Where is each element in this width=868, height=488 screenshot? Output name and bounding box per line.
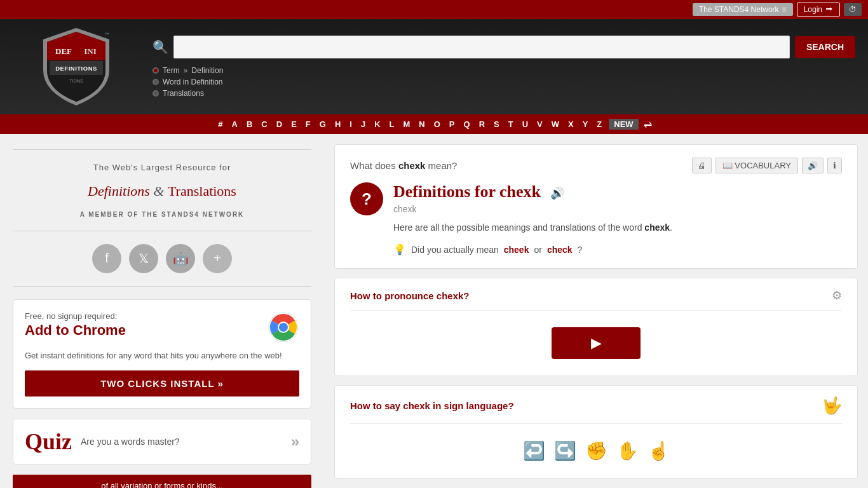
header: DEFINITIONS ™ DEF INI TIONS 🔍 chexk SEAR… [0,19,868,114]
sign-card: How to say chexk in sign language? 🤟 ↩️ … [334,385,858,478]
alpha-s[interactable]: S [492,119,501,130]
social-icons: f 𝕏 🤖 + [92,244,232,273]
bulb-icon: 💡 [393,243,406,255]
def-sound-icon[interactable]: 🔊 [550,187,564,200]
history-button[interactable]: ⏱ [844,3,862,16]
alpha-p[interactable]: P [447,119,457,130]
alpha-z[interactable]: Z [595,119,604,130]
play-button[interactable]: ▶ [552,327,641,359]
reddit-icon[interactable]: 🤖 [166,244,195,273]
def-icon: ? [350,182,383,215]
alpha-i[interactable]: I [348,119,354,130]
radio-word [153,79,159,85]
main: The Web's Largest Resource for Definitio… [0,134,868,488]
alpha-x[interactable]: X [566,119,576,130]
alpha-d[interactable]: D [275,119,284,130]
gear-icon[interactable]: ⚙ [832,288,842,302]
chrome-card-header: Free, no signup required: Add to Chrome [25,311,299,343]
chrome-free-label: Free, no signup required: [25,311,126,321]
sidebar-main-title: Definitions & Translations [88,182,236,201]
alpha-j[interactable]: J [359,119,367,130]
sidebar-title-defs: Definitions [88,183,150,199]
alpha-h[interactable]: H [333,119,342,130]
sign-icons: ↩️ ↪️ ✊ ✋ ☝️ [350,434,842,468]
more-icon[interactable]: + [203,244,232,273]
def-text-word: chexk [644,222,670,233]
quiz-arrow: » [291,433,299,451]
search-bar: 🔍 chexk SEARCH [153,36,855,58]
def-title: Definitions for chexk 🔊 [393,182,672,201]
alpha-a[interactable]: A [230,119,240,130]
logo-shield: DEFINITIONS ™ DEF INI TIONS [38,25,114,108]
option-word-label: Word in Definition [163,78,223,86]
alpha-w[interactable]: W [550,119,561,130]
install-button[interactable]: TWO CLICKS INSTALL » [25,370,299,396]
pronounce-title: How to pronounce chexk? [350,290,470,301]
search-option-translations[interactable]: Translations [153,89,855,98]
quiz-title: Quiz [25,428,72,455]
alpha-c[interactable]: C [259,119,269,130]
search-area: 🔍 chexk SEARCH Term » Definition Word in… [153,36,855,98]
divider-bot [13,286,311,287]
search-button[interactable]: SEARCH [795,36,855,58]
search-word: chexk [398,160,426,171]
chrome-card: Free, no signup required: Add to Chrome [13,299,311,409]
alpha-t[interactable]: T [506,119,515,130]
alpha-f[interactable]: F [304,119,313,130]
sound-button[interactable]: 🔊 [802,158,824,173]
alpha-v[interactable]: V [535,119,545,130]
radio-term [153,67,159,74]
alpha-g[interactable]: G [318,119,328,130]
svg-text:DEFINITIONS: DEFINITIONS [55,65,97,72]
sidebar-title-trans: Translations [168,183,236,199]
alpha-r[interactable]: R [477,119,487,130]
sidebar-and: & [153,183,168,199]
alpha-q[interactable]: Q [462,119,472,130]
alpha-e[interactable]: E [289,119,299,130]
twitter-icon[interactable]: 𝕏 [129,244,158,273]
suggestion-link-check[interactable]: check [547,245,573,255]
search-option-word[interactable]: Word in Definition [153,78,855,86]
def-content: Definitions for chexk 🔊 chexk Here are a… [393,182,672,255]
def-main: ? Definitions for chexk 🔊 chexk Here are… [350,182,842,255]
login-label: Login [804,5,822,14]
alpha-u[interactable]: U [520,119,530,130]
suggestion-link-cheek[interactable]: cheek [504,245,529,255]
def-text: Here are all the possible meanings and t… [393,220,672,234]
sign-hand-5: ☝️ [648,440,670,461]
sign-hand-2: ↪️ [554,440,576,461]
svg-point-9 [279,323,288,332]
alpha-k[interactable]: K [372,119,382,130]
sign-header: How to say chexk in sign language? 🤟 [350,396,842,424]
suggestion: 💡 Did you actually mean cheek or check ? [393,243,672,255]
network-button[interactable]: The STANDS4 Network ≡ [693,3,793,16]
alpha-l[interactable]: L [388,119,397,130]
chrome-title-area: Free, no signup required: Add to Chrome [25,311,126,339]
sign-hand-4: ✋ [616,440,639,461]
alpha-y[interactable]: Y [581,119,590,130]
alpha-hash[interactable]: # [216,119,224,130]
print-button[interactable]: 🖨 [692,158,712,173]
sidebar: The Web's Largest Resource for Definitio… [0,134,324,488]
alpha-n[interactable]: N [417,119,426,130]
chrome-logo [268,311,299,343]
option-translations-label: Translations [163,89,204,98]
search-option-term[interactable]: Term » Definition [153,66,855,75]
shuffle-icon[interactable]: ⇌ [644,118,652,130]
svg-text:INI: INI [84,46,97,56]
search-input[interactable]: chexk [173,36,790,58]
chrome-title: Add to Chrome [25,322,126,339]
option-definition-label: Definition [191,66,223,75]
chrome-desc: Get instant definitions for any word tha… [25,349,299,362]
alpha-o[interactable]: O [432,119,442,130]
alpha-new[interactable]: NEW [609,119,638,130]
login-button[interactable]: Login ⮕ [797,3,840,17]
pronounce-card: How to pronounce chexk? ⚙ ▶ [334,278,858,376]
facebook-icon[interactable]: f [92,244,121,273]
quiz-card[interactable]: Quiz Are you a words master? » [13,419,311,464]
alpha-b[interactable]: B [245,119,254,130]
info-button[interactable]: ℹ [827,158,842,173]
radio-translations [153,90,159,97]
vocab-button[interactable]: 📖 VOCABULARY [715,158,798,173]
alpha-m[interactable]: M [401,119,412,130]
